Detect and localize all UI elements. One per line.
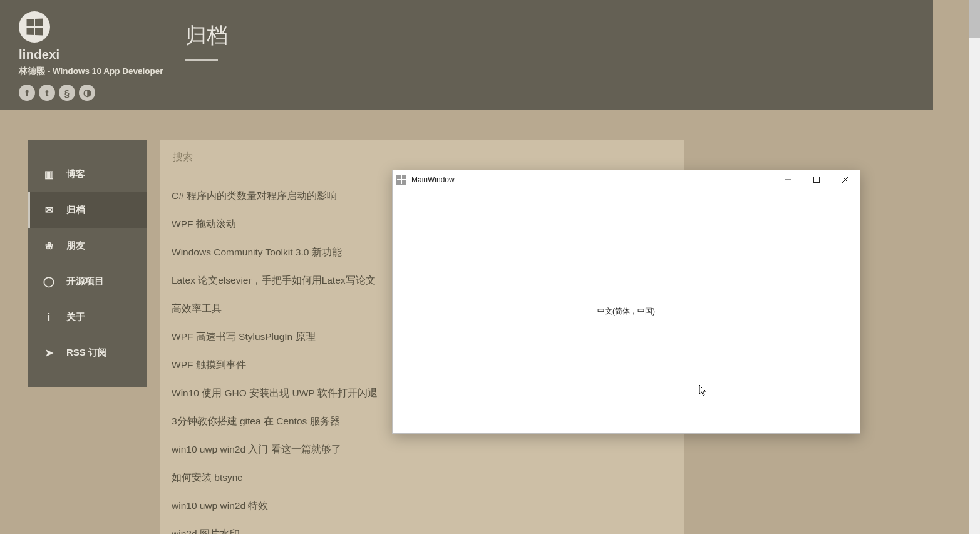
window-minimize-button[interactable] [773, 170, 802, 189]
page-title: 归档 [185, 21, 228, 50]
search-input[interactable] [172, 146, 673, 168]
nav-item-3[interactable]: ◯开源项目 [28, 264, 147, 299]
nav-label: 关于 [66, 311, 85, 323]
post-link[interactable]: 如何安装 btsync [172, 464, 673, 492]
nav-label: 朋友 [66, 240, 85, 252]
book-icon: ▥ [43, 168, 55, 180]
app-icon [396, 175, 406, 185]
post-link[interactable]: win2d 图片水印 [172, 520, 673, 534]
nav-item-2[interactable]: ❀朋友 [28, 228, 147, 264]
nav-label: RSS 订阅 [66, 347, 107, 359]
chat-icon: ✉ [43, 204, 55, 216]
post-link[interactable]: win10 uwp win2d 入门 看这一篇就够了 [172, 436, 673, 464]
nav-item-0[interactable]: ▥博客 [28, 157, 147, 192]
app-window-body: 中文(简体，中国) [393, 189, 860, 433]
windows-icon [27, 19, 43, 36]
window-close-button[interactable] [831, 170, 860, 189]
nav-item-4[interactable]: i关于 [28, 299, 147, 335]
site-logo[interactable] [19, 11, 50, 43]
stackoverflow-icon[interactable]: § [59, 85, 75, 101]
rss-icon: ➤ [43, 347, 55, 359]
github-icon: ◯ [43, 275, 55, 287]
page-scrollbar[interactable] [969, 0, 980, 534]
github-icon[interactable]: ◑ [79, 85, 95, 101]
nav-label: 博客 [66, 168, 85, 180]
app-titlebar[interactable]: MainWindow [393, 170, 860, 189]
scrollbar-thumb[interactable] [969, 0, 980, 38]
app-window: MainWindow 中文(简体，中国) [392, 170, 860, 434]
nav-label: 归档 [66, 204, 85, 216]
nav-label: 开源项目 [66, 275, 104, 287]
app-window-title: MainWindow [411, 175, 455, 184]
social-links: ft§◑ [19, 85, 914, 101]
svg-rect-1 [814, 177, 820, 182]
friends-icon: ❀ [43, 240, 55, 252]
site-name[interactable]: lindexi [19, 48, 914, 62]
info-icon: i [43, 312, 55, 323]
nav-item-5[interactable]: ➤RSS 订阅 [28, 335, 147, 371]
app-content-text: 中文(简体，中国) [597, 306, 655, 317]
site-subtitle: 林德熙 - Windows 10 App Developer [19, 66, 914, 77]
nav-item-1[interactable]: ✉归档 [28, 192, 147, 228]
facebook-icon[interactable]: f [19, 85, 35, 101]
sidebar-nav: ▥博客✉归档❀朋友◯开源项目i关于➤RSS 订阅 [28, 140, 147, 387]
title-underline [185, 59, 218, 61]
post-link[interactable]: win10 uwp win2d 特效 [172, 492, 673, 520]
site-header: lindexi 林德熙 - Windows 10 App Developer f… [0, 0, 933, 110]
twitter-icon[interactable]: t [39, 85, 55, 101]
window-maximize-button[interactable] [802, 170, 831, 189]
